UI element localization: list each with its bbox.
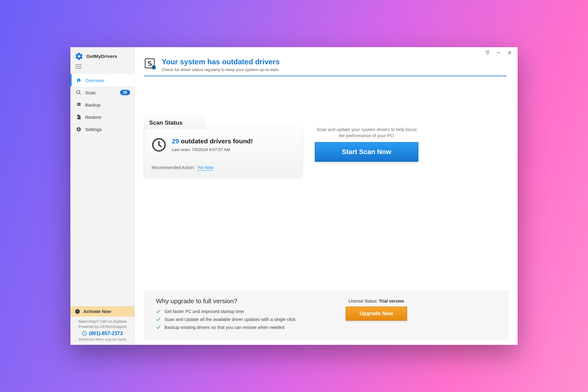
minimize-button[interactable] xyxy=(496,50,501,56)
close-button[interactable] xyxy=(507,50,512,56)
scan-count-badge: 29 xyxy=(120,90,130,95)
svg-text:i: i xyxy=(153,66,154,69)
backup-icon xyxy=(76,102,81,107)
upgrade-title: Why upgrade to full version? xyxy=(156,297,327,305)
nav-label: Settings xyxy=(85,127,102,132)
nav: Overview Scan 29 Backup Restore Settings xyxy=(70,74,134,135)
restore-icon xyxy=(76,114,81,120)
benefit-item: Backup existing drivers so that you can … xyxy=(156,325,327,330)
nav-label: Restore xyxy=(85,115,101,120)
scan-cta: Scan and update your system drivers to h… xyxy=(315,126,418,162)
check-icon xyxy=(156,317,161,322)
last-scan-time: Last scan: 7/5/2024 8:07:57 AM xyxy=(172,147,253,152)
content-area: Scan Status 29 outdated drivers found! L… xyxy=(135,76,518,291)
nav-item-restore[interactable]: Restore xyxy=(70,111,134,123)
phone-number-link[interactable]: (801)-857-2373 xyxy=(89,331,123,336)
benefit-item: Get faster PC and improved startup time xyxy=(156,309,327,314)
recommended-action-row: Recommended Action: Fix Now xyxy=(152,165,295,170)
driver-status-icon: i xyxy=(144,58,156,70)
check-icon xyxy=(156,309,161,314)
header-title: Your system has outdated drivers xyxy=(162,58,280,66)
nav-label: Scan xyxy=(85,90,96,95)
nav-label: Overview xyxy=(85,78,104,83)
benefit-text: Scan and Update all the available driver… xyxy=(164,317,296,322)
sidebar: GetMyDrivers Overview Scan 29 Backup Res… xyxy=(70,47,135,345)
nav-item-settings[interactable]: Settings xyxy=(70,123,134,135)
main-content: i Your system has outdated drivers Check… xyxy=(135,47,518,345)
activate-label: Activate Now xyxy=(83,309,111,314)
license-label: License Status: xyxy=(349,299,379,303)
scan-headline: 29 outdated drivers found! xyxy=(172,138,253,145)
activate-now-button[interactable]: Activate Now xyxy=(70,306,134,317)
app-window: GetMyDrivers Overview Scan 29 Backup Res… xyxy=(70,47,518,345)
upgrade-now-button[interactable]: Upgrade Now xyxy=(346,307,407,321)
menu-toggle-button[interactable] xyxy=(70,64,86,74)
phone-icon xyxy=(82,331,87,336)
scan-cta-text: Scan and update your system drivers to h… xyxy=(315,126,418,139)
phone-row[interactable]: (801)-857-2373 xyxy=(72,331,133,336)
benefit-item: Scan and Update all the available driver… xyxy=(156,317,327,322)
scan-status-card: Scan Status 29 outdated drivers found! L… xyxy=(144,128,303,177)
benefit-text: Backup existing drivers so that you can … xyxy=(164,325,285,330)
start-scan-button[interactable]: Start Scan Now xyxy=(315,142,418,162)
license-status: License Status: Trial version xyxy=(346,299,407,303)
clock-icon xyxy=(152,138,166,152)
check-icon xyxy=(156,325,161,330)
help-line-1: Need Help? Call Us Anytime xyxy=(72,319,133,324)
nav-label: Backup xyxy=(85,102,100,107)
scan-status-tab: Scan Status xyxy=(144,116,205,129)
header-block: i Your system has outdated drivers Check… xyxy=(135,56,518,76)
header-subtitle: Check for driver status regularly to kee… xyxy=(162,67,280,72)
nav-item-scan[interactable]: Scan 29 xyxy=(70,86,134,99)
fix-now-link[interactable]: Fix Now xyxy=(198,165,213,171)
home-icon xyxy=(76,77,81,83)
options-menu-icon[interactable] xyxy=(485,50,490,56)
outdated-count: 29 xyxy=(172,138,179,145)
nav-item-backup[interactable]: Backup xyxy=(70,99,134,111)
gear-icon xyxy=(76,126,81,132)
app-title: GetMyDrivers xyxy=(86,54,117,59)
search-icon xyxy=(76,90,81,95)
app-logo-icon xyxy=(75,52,83,61)
svg-point-1 xyxy=(83,331,87,335)
nav-item-overview[interactable]: Overview xyxy=(70,74,134,86)
key-icon xyxy=(75,309,80,314)
sidebar-header: GetMyDrivers xyxy=(70,47,134,64)
help-line-2: Powered by USTechSupport xyxy=(72,324,133,330)
scan-headline-text: outdated drivers found! xyxy=(179,138,253,145)
upgrade-panel: Why upgrade to full version? Get faster … xyxy=(144,291,508,340)
help-block: Need Help? Call Us Anytime Powered by US… xyxy=(70,317,134,345)
recommended-label: Recommended Action: xyxy=(152,165,195,170)
benefit-text: Get faster PC and improved startup time xyxy=(164,309,244,314)
window-titlebar xyxy=(135,47,518,56)
offers-disclaimer: Additional offers may be made xyxy=(72,337,133,341)
license-value: Trial version xyxy=(379,299,404,303)
